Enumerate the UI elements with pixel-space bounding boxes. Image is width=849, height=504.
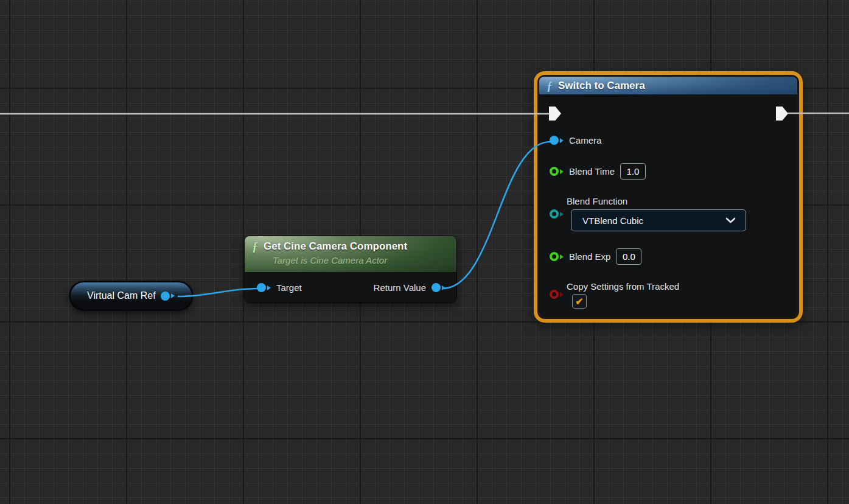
camera-input-pin[interactable]: [550, 136, 564, 145]
return-value-pin-row: Return Value: [374, 282, 445, 293]
pin-arrow-icon: [442, 285, 445, 290]
chevron-down-icon: [725, 217, 736, 224]
node-header[interactable]: ƒ Switch to Camera: [539, 77, 797, 95]
copy-settings-input-pin[interactable]: [550, 290, 564, 299]
node-title: Switch to Camera: [558, 80, 645, 92]
object-pin-icon: [161, 292, 170, 301]
function-icon: ƒ: [252, 240, 258, 253]
blend-time-pin-label: Blend Time: [569, 166, 615, 177]
object-pin-icon: [257, 283, 266, 292]
node-switch-to-camera[interactable]: ƒ Switch to Camera Camera Blend Time 1.0: [539, 77, 797, 317]
wire-return-value-to-camera[interactable]: [442, 142, 550, 289]
exec-output-pin-icon[interactable]: [776, 107, 788, 121]
float-pin-icon: [550, 252, 559, 261]
node-get-cine-camera-component[interactable]: ƒ Get Cine Camera Component Target is Ci…: [245, 236, 456, 303]
camera-pin-label: Camera: [569, 135, 601, 145]
blend-function-selected-value: VTBlend Cubic: [582, 215, 643, 226]
return-value-output-pin[interactable]: [431, 283, 445, 292]
blend-exp-value-field[interactable]: 0.0: [616, 248, 641, 265]
bool-pin-icon: [550, 290, 559, 299]
function-icon: ƒ: [547, 80, 553, 92]
pin-arrow-icon: [267, 285, 271, 290]
blend-exp-pin-label: Blend Exp: [569, 251, 610, 262]
blend-function-input-pin[interactable]: [550, 209, 564, 219]
node-header[interactable]: ƒ Get Cine Camera Component Target is Ci…: [245, 236, 456, 273]
object-pin-icon: [550, 136, 559, 145]
pin-arrow-icon: [171, 293, 175, 298]
object-pin-icon: [431, 283, 441, 292]
copy-settings-checkbox[interactable]: ✔: [572, 294, 587, 309]
copy-settings-pin-row: [550, 290, 564, 299]
virtual-cam-ref-output-pin[interactable]: [161, 292, 175, 301]
blend-time-value-field[interactable]: 1.0: [620, 163, 646, 180]
blend-exp-input-pin[interactable]: [550, 252, 564, 261]
node-virtual-cam-ref[interactable]: Virtual Cam Ref: [69, 281, 193, 310]
checkmark-icon: ✔: [575, 296, 583, 307]
return-value-pin-label: Return Value: [374, 282, 426, 293]
exec-input-pin-row: [549, 107, 561, 121]
float-pin-icon: [550, 167, 559, 176]
target-pin-label: Target: [276, 282, 302, 293]
copy-settings-pin-label: Copy Settings from Tracked: [567, 281, 679, 292]
pin-arrow-icon: [560, 292, 564, 297]
node-subtitle: Target is Cine Camera Actor: [273, 255, 387, 265]
blend-function-dropdown[interactable]: VTBlend Cubic: [571, 209, 746, 231]
pin-arrow-icon: [560, 212, 564, 217]
blend-function-pin-label: Blend Function: [567, 196, 627, 206]
exec-input-pin-icon[interactable]: [549, 107, 561, 121]
pin-arrow-icon: [560, 138, 564, 143]
blend-exp-pin-row: Blend Exp 0.0: [550, 248, 641, 265]
pin-arrow-icon: [560, 169, 564, 174]
blend-function-pin-row: [550, 209, 564, 219]
enum-pin-icon: [550, 209, 559, 219]
pin-arrow-icon: [560, 254, 564, 259]
camera-pin-row: Camera: [550, 135, 601, 145]
blueprint-graph-canvas[interactable]: Virtual Cam Ref ƒ Get Cine Camera Compon…: [0, 0, 849, 504]
target-pin-row: Target: [257, 282, 302, 293]
node-title: Get Cine Camera Component: [264, 240, 407, 253]
exec-output-pin-row: [776, 107, 788, 121]
target-input-pin[interactable]: [257, 283, 271, 292]
blend-time-input-pin[interactable]: [550, 167, 564, 176]
blend-time-pin-row: Blend Time 1.0: [550, 163, 646, 180]
variable-name-label: Virtual Cam Ref: [87, 290, 156, 301]
